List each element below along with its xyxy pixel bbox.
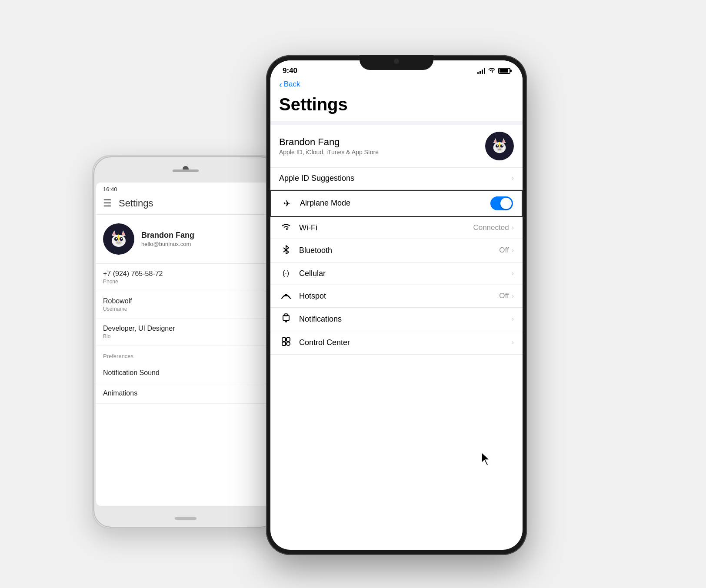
hotspot-chevron-icon: › xyxy=(512,292,514,300)
android-profile-name: Brandon Fang xyxy=(141,231,194,240)
iphone-wifi-row[interactable]: Wi-Fi Connected › xyxy=(270,217,523,239)
settings-divider-top xyxy=(270,121,523,125)
hamburger-icon[interactable]: ☰ xyxy=(103,198,112,209)
iphone-back-button[interactable]: ‹ Back xyxy=(279,80,300,90)
iphone-hotspot-row[interactable]: Hotspot Off › xyxy=(270,285,523,308)
android-profile-info: Brandon Fang hello@buninux.com xyxy=(141,231,194,247)
android-profile-section[interactable]: Brandon Fang hello@buninux.com xyxy=(96,215,275,264)
wifi-label: Wi-Fi xyxy=(299,223,473,233)
cellular-chevron-icon: › xyxy=(512,269,514,277)
iphone-camera xyxy=(394,59,399,64)
android-preferences-header: Preferences xyxy=(96,346,275,363)
iphone-profile-text: Brandon Fang Apple ID, iCloud, iTunes & … xyxy=(279,136,485,156)
android-animations[interactable]: Animations xyxy=(96,383,275,404)
svg-rect-31 xyxy=(282,342,286,345)
airplane-mode-toggle[interactable] xyxy=(490,196,513,210)
svg-rect-30 xyxy=(286,338,290,341)
iphone-screen: 9:40 xyxy=(270,60,523,550)
android-screen: 16:40 ☰ Settings xyxy=(96,183,275,506)
svg-point-23 xyxy=(497,147,503,151)
wifi-value: Connected xyxy=(473,223,509,232)
scene: 16:40 ☰ Settings xyxy=(92,33,614,555)
svg-text:(·): (·) xyxy=(283,269,289,277)
notifications-chevron-icon: › xyxy=(512,315,514,323)
notifications-label: Notifications xyxy=(299,315,512,324)
iphone-bluetooth-row[interactable]: Bluetooth Off › xyxy=(270,239,523,262)
android-bio-label: Bio xyxy=(103,333,268,339)
iphone: 9:40 xyxy=(266,55,527,555)
android-settings-title: Settings xyxy=(119,198,153,209)
control-center-icon xyxy=(279,337,293,349)
android-header: ☰ Settings xyxy=(96,194,275,215)
svg-point-32 xyxy=(286,342,290,345)
android-phone-value: +7 (924) 765-58-72 xyxy=(103,270,268,278)
cellular-icon: (·) xyxy=(279,268,293,279)
apple-id-suggestions-row[interactable]: Apple ID Suggestions › xyxy=(270,168,523,189)
android-home-bar[interactable] xyxy=(175,517,196,520)
android-statusbar: 16:40 xyxy=(96,183,275,194)
android-username-label: Username xyxy=(103,306,268,312)
cellular-label: Cellular xyxy=(299,269,512,278)
iphone-status-icons xyxy=(477,67,510,74)
apple-id-chevron-icon: › xyxy=(512,174,514,182)
toggle-knob xyxy=(500,198,512,209)
bluetooth-chevron-icon: › xyxy=(512,246,514,254)
iphone-profile-subtitle: Apple ID, iCloud, iTunes & App Store xyxy=(279,149,485,156)
wifi-icon xyxy=(279,223,293,233)
airplane-icon: ✈ xyxy=(280,198,294,209)
iphone-avatar xyxy=(485,132,514,160)
android-phone: 16:40 ☰ Settings xyxy=(92,155,279,529)
android-username-item: Robowolf Username xyxy=(96,291,275,319)
back-label: Back xyxy=(284,80,300,89)
android-time: 16:40 xyxy=(103,186,117,193)
iphone-cellular-row[interactable]: (·) Cellular › xyxy=(270,262,523,285)
iphone-notifications-row[interactable]: Notifications › xyxy=(270,308,523,331)
iphone-notch xyxy=(360,55,433,70)
iphone-nav[interactable]: ‹ Back xyxy=(270,78,523,92)
svg-point-21 xyxy=(502,145,503,146)
android-avatar xyxy=(103,223,134,255)
wifi-chevron-icon: › xyxy=(512,224,514,232)
bluetooth-value: Off xyxy=(499,246,509,255)
iphone-time: 9:40 xyxy=(283,66,297,75)
iphone-control-center-row[interactable]: Control Center › xyxy=(270,331,523,355)
hotspot-label: Hotspot xyxy=(299,292,499,301)
svg-point-28 xyxy=(285,321,287,322)
bluetooth-label: Bluetooth xyxy=(299,246,499,255)
android-phone-item: +7 (924) 765-58-72 Phone xyxy=(96,264,275,291)
hotspot-value: Off xyxy=(499,292,509,300)
apple-id-suggestions-label: Apple ID Suggestions xyxy=(279,174,512,183)
back-chevron-icon: ‹ xyxy=(279,80,282,90)
android-bio-item: Developer, UI Designer Bio xyxy=(96,319,275,346)
bluetooth-icon xyxy=(279,245,293,256)
control-center-label: Control Center xyxy=(299,338,512,347)
hotspot-icon xyxy=(279,291,293,302)
iphone-airplane-mode-row[interactable]: ✈ Airplane Mode xyxy=(270,190,523,217)
android-username-value: Robowolf xyxy=(103,297,268,305)
svg-point-11 xyxy=(116,240,122,245)
android-phone-label: Phone xyxy=(103,279,268,285)
airplane-mode-label: Airplane Mode xyxy=(300,199,490,208)
signal-icon xyxy=(477,68,485,74)
iphone-profile-name: Brandon Fang xyxy=(279,136,485,148)
wifi-status-icon xyxy=(488,67,496,74)
android-notification-sound[interactable]: Notification Sound xyxy=(96,363,275,383)
android-bio-value: Developer, UI Designer xyxy=(103,325,268,332)
android-profile-email: hello@buninux.com xyxy=(141,241,194,247)
battery-icon xyxy=(498,68,510,74)
android-speaker xyxy=(173,169,199,172)
iphone-page-title: Settings xyxy=(270,92,523,121)
android-info-section: +7 (924) 765-58-72 Phone Robowolf Userna… xyxy=(96,264,275,346)
control-center-chevron-icon: › xyxy=(512,339,514,346)
svg-rect-29 xyxy=(282,338,286,341)
notifications-icon xyxy=(279,313,293,325)
svg-point-9 xyxy=(121,238,123,239)
iphone-profile-row[interactable]: Brandon Fang Apple ID, iCloud, iTunes & … xyxy=(270,125,523,168)
